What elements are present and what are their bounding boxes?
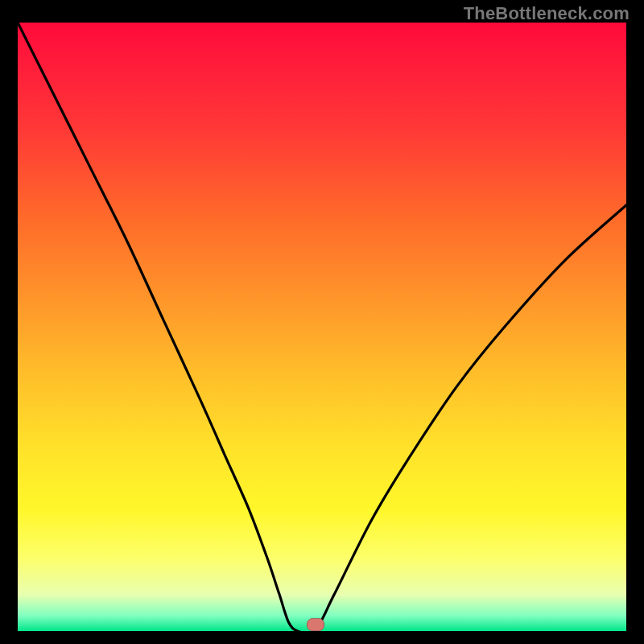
chart-frame: TheBottleneck.com bbox=[0, 0, 644, 644]
balanced-point-marker bbox=[307, 618, 324, 631]
watermark-text: TheBottleneck.com bbox=[464, 3, 630, 24]
plot-area bbox=[18, 23, 626, 631]
curve-path bbox=[18, 23, 626, 631]
bottleneck-curve bbox=[18, 23, 626, 631]
